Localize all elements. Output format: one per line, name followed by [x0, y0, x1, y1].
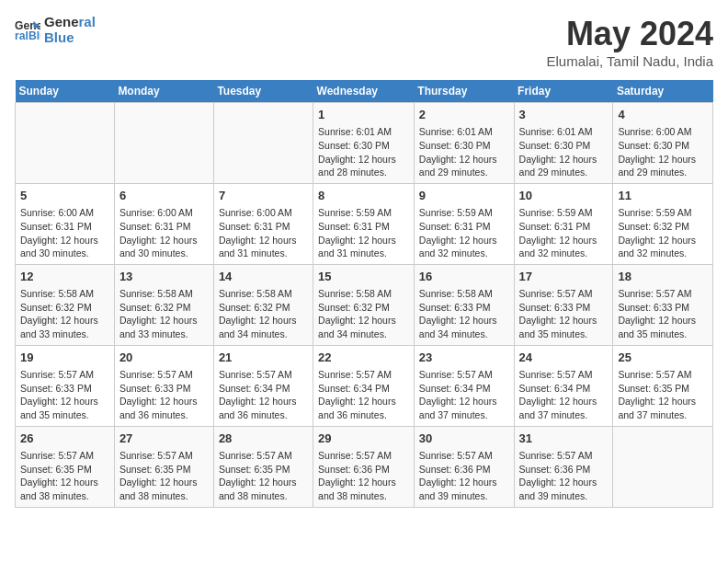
cell-content: and 29 minutes.: [419, 166, 509, 179]
cell-content: Sunset: 6:33 PM: [119, 382, 209, 396]
cell-content: Daylight: 12 hours: [519, 314, 609, 327]
cell-content: Sunrise: 5:59 AM: [519, 206, 609, 220]
calendar-cell: 20Sunrise: 5:57 AMSunset: 6:33 PMDayligh…: [114, 345, 213, 426]
day-number: 12: [20, 269, 109, 285]
day-number: 21: [219, 350, 308, 366]
cell-content: Sunset: 6:30 PM: [519, 139, 609, 153]
logo-icon: Gene ral Blue: [15, 17, 40, 43]
day-number: 17: [519, 269, 609, 285]
cell-content: and 39 minutes.: [419, 489, 509, 503]
logo-subtext: Blue: [44, 30, 96, 46]
calendar-cell: 27Sunrise: 5:57 AMSunset: 6:35 PMDayligh…: [114, 426, 213, 507]
cell-content: and 28 minutes.: [318, 166, 409, 179]
cell-content: Sunset: 6:31 PM: [519, 220, 609, 234]
cell-content: Sunrise: 5:57 AM: [219, 368, 308, 382]
cell-content: Sunrise: 5:57 AM: [419, 449, 509, 463]
cell-content: Sunrise: 6:00 AM: [219, 206, 308, 220]
day-number: 22: [318, 350, 409, 366]
day-number: 13: [119, 269, 209, 285]
calendar-cell: 31Sunrise: 5:57 AMSunset: 6:36 PMDayligh…: [514, 426, 613, 507]
cell-content: and 37 minutes.: [419, 408, 509, 422]
cell-content: Daylight: 12 hours: [618, 234, 708, 247]
month-year: May 2024: [547, 15, 713, 53]
calendar-cell: [16, 103, 115, 184]
page-header: Gene ral Blue General Blue May 2024 Elum…: [15, 15, 713, 69]
cell-content: Sunset: 6:32 PM: [318, 301, 409, 315]
cell-content: Sunrise: 5:57 AM: [318, 449, 409, 463]
day-number: 29: [318, 431, 409, 447]
calendar-cell: 18Sunrise: 5:57 AMSunset: 6:33 PMDayligh…: [613, 264, 713, 345]
cell-content: Sunrise: 5:57 AM: [119, 449, 209, 463]
cell-content: and 34 minutes.: [419, 327, 509, 341]
cell-content: and 34 minutes.: [318, 327, 409, 341]
cell-content: Daylight: 12 hours: [20, 314, 109, 327]
calendar-cell: [213, 103, 313, 184]
cell-content: Sunrise: 6:01 AM: [419, 125, 509, 139]
cell-content: Daylight: 12 hours: [219, 234, 308, 247]
calendar-cell: [613, 426, 713, 507]
cell-content: Sunset: 6:31 PM: [20, 220, 109, 234]
day-number: 30: [419, 431, 509, 447]
day-number: 20: [119, 350, 209, 366]
day-number: 2: [419, 107, 509, 123]
cell-content: Sunrise: 5:59 AM: [318, 206, 409, 220]
svg-text:Blue: Blue: [28, 29, 40, 42]
cell-content: Sunset: 6:35 PM: [618, 382, 708, 396]
cell-content: Sunset: 6:33 PM: [519, 301, 609, 315]
day-number: 26: [20, 431, 109, 447]
day-number: 28: [219, 431, 308, 447]
week-row-1: 1Sunrise: 6:01 AMSunset: 6:30 PMDaylight…: [16, 103, 713, 184]
cell-content: and 38 minutes.: [318, 489, 409, 503]
header-cell-friday: Friday: [514, 80, 613, 103]
calendar-cell: 21Sunrise: 5:57 AMSunset: 6:34 PMDayligh…: [213, 345, 313, 426]
cell-content: Daylight: 12 hours: [519, 234, 609, 247]
cell-content: Daylight: 12 hours: [219, 395, 308, 408]
cell-content: and 34 minutes.: [219, 327, 308, 341]
cell-content: Sunrise: 5:57 AM: [519, 449, 609, 463]
cell-content: and 38 minutes.: [219, 489, 308, 503]
cell-content: Daylight: 12 hours: [20, 234, 109, 247]
cell-content: and 33 minutes.: [20, 327, 109, 341]
day-number: 27: [119, 431, 209, 447]
header-cell-sunday: Sunday: [16, 80, 115, 103]
cell-content: Sunset: 6:30 PM: [318, 139, 409, 153]
cell-content: Sunset: 6:31 PM: [219, 220, 308, 234]
cell-content: Sunset: 6:36 PM: [318, 463, 409, 477]
day-number: 18: [618, 269, 708, 285]
calendar-cell: 30Sunrise: 5:57 AMSunset: 6:36 PMDayligh…: [414, 426, 514, 507]
cell-content: and 39 minutes.: [519, 489, 609, 503]
cell-content: Sunset: 6:31 PM: [419, 220, 509, 234]
cell-content: Sunset: 6:31 PM: [318, 220, 409, 234]
day-number: 23: [419, 350, 509, 366]
cell-content: and 38 minutes.: [20, 489, 109, 503]
cell-content: and 36 minutes.: [219, 408, 308, 422]
cell-content: Daylight: 12 hours: [419, 476, 509, 489]
cell-content: Sunrise: 5:59 AM: [618, 206, 708, 220]
day-number: 11: [618, 188, 708, 204]
day-number: 6: [119, 188, 209, 204]
cell-content: Sunset: 6:32 PM: [618, 220, 708, 234]
header-cell-thursday: Thursday: [414, 80, 514, 103]
logo: Gene ral Blue General Blue: [15, 15, 96, 45]
cell-content: Sunset: 6:34 PM: [318, 382, 409, 396]
cell-content: and 37 minutes.: [519, 408, 609, 422]
calendar-cell: 10Sunrise: 5:59 AMSunset: 6:31 PMDayligh…: [514, 183, 613, 264]
day-number: 3: [519, 107, 609, 123]
cell-content: Sunrise: 5:57 AM: [219, 449, 308, 463]
cell-content: Sunset: 6:34 PM: [419, 382, 509, 396]
cell-content: Sunset: 6:35 PM: [20, 463, 109, 477]
day-number: 16: [419, 269, 509, 285]
cell-content: Daylight: 12 hours: [419, 395, 509, 408]
cell-content: Sunrise: 6:01 AM: [519, 125, 609, 139]
cell-content: Daylight: 12 hours: [519, 476, 609, 489]
cell-content: and 32 minutes.: [618, 247, 708, 260]
calendar-cell: 6Sunrise: 6:00 AMSunset: 6:31 PMDaylight…: [114, 183, 213, 264]
cell-content: Sunset: 6:35 PM: [119, 463, 209, 477]
cell-content: Sunset: 6:36 PM: [519, 463, 609, 477]
cell-content: Sunset: 6:31 PM: [119, 220, 209, 234]
header-cell-wednesday: Wednesday: [313, 80, 415, 103]
cell-content: Sunrise: 6:00 AM: [119, 206, 209, 220]
cell-content: Daylight: 12 hours: [419, 153, 509, 167]
calendar-cell: 28Sunrise: 5:57 AMSunset: 6:35 PMDayligh…: [213, 426, 313, 507]
calendar-cell: 3Sunrise: 6:01 AMSunset: 6:30 PMDaylight…: [514, 103, 613, 184]
